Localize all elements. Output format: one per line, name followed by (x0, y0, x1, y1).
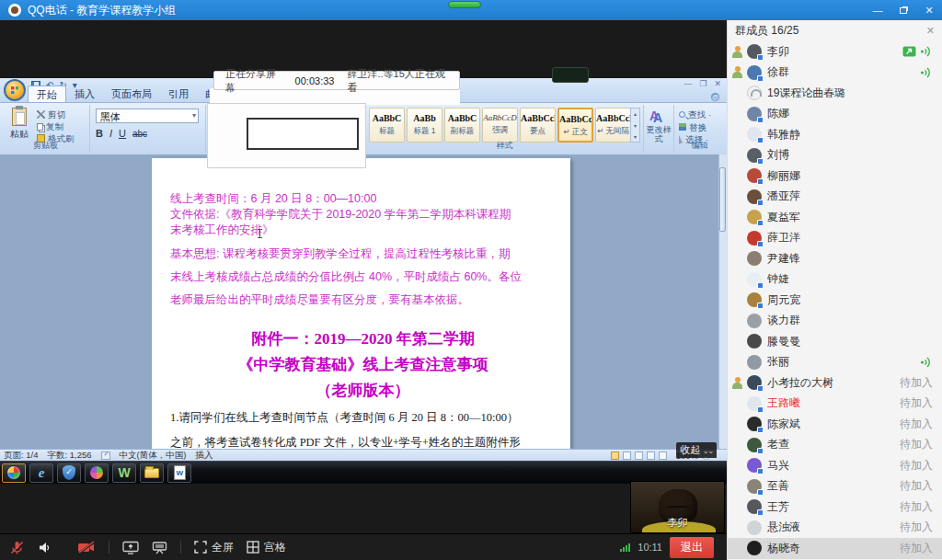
share-toolbar-pill (552, 67, 589, 83)
mic-muted-button[interactable] (9, 540, 25, 555)
taskbar-shield-icon[interactable]: ✓ (57, 463, 81, 483)
member-row[interactable]: 薛卫洋 (728, 228, 942, 249)
view-print-layout-icon[interactable] (611, 451, 619, 460)
view-web-icon[interactable] (635, 451, 643, 460)
bold-button[interactable]: B (96, 128, 103, 139)
style-chip[interactable]: AaBbCcDd↵ 无间隔 (595, 108, 631, 143)
view-outline-icon[interactable] (647, 451, 655, 460)
styles-gallery-scroll[interactable]: ▴▾▾ (630, 108, 640, 143)
grid-view-button[interactable]: 宫格 (247, 540, 286, 555)
word-close-icon[interactable]: ✕ (714, 79, 721, 88)
strikethrough-button[interactable]: abc (132, 129, 147, 139)
replace-button[interactable]: 替换 (679, 121, 711, 134)
member-row[interactable]: 王芳待加入 (728, 497, 942, 518)
view-draft-icon[interactable] (659, 451, 667, 460)
tab-插入[interactable]: 插入 (66, 86, 103, 102)
member-row[interactable]: 陈娜 (728, 104, 942, 125)
tab-引用[interactable]: 引用 (160, 86, 197, 102)
style-preview: AaBbCcD (483, 113, 517, 122)
word-restore-icon[interactable]: ❐ (699, 79, 706, 88)
style-chip[interactable]: AaBbCcD强调 (482, 108, 518, 143)
avatar (747, 396, 762, 411)
avatar (747, 86, 762, 100)
paste-button[interactable]: 粘贴 (6, 108, 33, 144)
taskbar-folder-icon[interactable] (140, 463, 164, 483)
member-row[interactable]: 徐群 (728, 63, 942, 84)
member-row[interactable]: 杨晓奇待加入 (728, 538, 942, 559)
member-row[interactable]: 王路曦待加入 (728, 394, 942, 415)
style-chip[interactable]: AaBbC标题 (369, 108, 405, 143)
member-row[interactable]: 钟婕 (728, 269, 942, 291)
style-chip[interactable]: AaBb标题 1 (407, 108, 442, 143)
doc-line: 末考核工作的安排》 (170, 223, 556, 238)
member-name: 潘亚萍 (767, 189, 800, 204)
speaker-button[interactable] (38, 541, 52, 554)
spellcheck-icon[interactable] (101, 451, 110, 460)
underline-button[interactable]: U (119, 128, 126, 139)
camera-badge-icon (757, 489, 764, 496)
member-row[interactable]: 马兴待加入 (728, 455, 942, 476)
member-row[interactable]: 韩雅静 (728, 124, 942, 145)
doc-heading: 附件一：2019—2020 年第二学期《中学教育基础》线上考查注意事项（老师版本… (170, 326, 556, 404)
sidebar-close-icon[interactable]: ✕ (926, 25, 935, 37)
member-row[interactable]: 潘亚萍 (728, 187, 942, 208)
taskbar-ie-icon[interactable]: e (29, 463, 53, 483)
grid-icon (247, 541, 259, 554)
fullscreen-button[interactable]: 全屏 (194, 540, 234, 555)
avatar (747, 189, 762, 204)
minimize-button[interactable]: — (865, 0, 890, 20)
italic-button[interactable]: I (109, 128, 112, 139)
member-row[interactable]: 张丽 (728, 352, 942, 373)
member-row[interactable]: 周元宽 (728, 290, 942, 311)
scrollbar-thumb[interactable] (719, 167, 726, 232)
cut-button[interactable]: 剪切 (37, 109, 75, 120)
member-row[interactable]: 夏益军 (728, 207, 942, 228)
member-row[interactable]: 悬浊液待加入 (728, 518, 942, 539)
clipboard-group: 粘贴 剪切 复制 格式刷 剪贴板 (2, 105, 90, 153)
member-name: 夏益军 (767, 210, 800, 225)
style-chip[interactable]: AaBbCcD要点 (520, 108, 556, 143)
tab-开始[interactable]: 开始 (28, 86, 66, 102)
collapse-button[interactable]: 收起 ⌄⌄ (676, 442, 717, 458)
view-fullscreen-icon[interactable] (623, 451, 631, 460)
restore-button[interactable] (890, 0, 916, 20)
document-scrollbar[interactable] (718, 154, 727, 449)
editing-group: 查找 · 替换 选择 · 编辑 (674, 105, 725, 153)
member-row[interactable]: 滕曼曼 (728, 331, 942, 352)
help-icon[interactable]: @ (711, 93, 719, 101)
member-row[interactable]: 李卯 (728, 41, 942, 63)
member-row[interactable]: 谈力群 (728, 311, 942, 332)
taskbar-wps-icon[interactable]: W (112, 463, 136, 483)
find-button[interactable]: 查找 · (679, 109, 711, 121)
document-page[interactable]: 线上考查时间：6 月 20 日 8：00—10:00文件依据:《教育科学学院关于… (152, 158, 570, 449)
close-button[interactable]: ✕ (916, 0, 942, 20)
member-row[interactable]: 小考拉の大树待加入 (728, 372, 942, 394)
video-thumbnail[interactable]: 李卯 (630, 481, 725, 533)
member-row[interactable]: 柳丽娜 (728, 166, 942, 187)
style-chip[interactable]: AaBbC副标题 (444, 108, 480, 143)
office-button[interactable] (4, 79, 26, 101)
exit-call-button[interactable]: 退出 (670, 537, 714, 558)
presentation-button[interactable] (152, 541, 167, 554)
member-row[interactable]: 19课程论曲春璐 (728, 83, 942, 104)
change-styles-button[interactable]: 更改样式 (644, 125, 673, 143)
word-minimize-icon[interactable]: — (684, 79, 692, 88)
speaker-on-icon (920, 357, 933, 368)
member-row[interactable]: 陈家斌待加入 (728, 414, 942, 435)
styles-group-label: 样式 (366, 140, 643, 152)
signal-strength-icon (620, 543, 630, 552)
tab-页面布局[interactable]: 页面布局 (103, 86, 160, 102)
camera-muted-button[interactable] (77, 541, 96, 554)
taskbar-start-icon[interactable] (2, 463, 26, 483)
taskbar-pinwheel-icon[interactable] (85, 463, 109, 483)
waiting-status: 待加入 (900, 458, 933, 474)
copy-button[interactable]: 复制 (37, 120, 75, 132)
member-row[interactable]: 老查待加入 (728, 435, 942, 456)
style-chip[interactable]: AaBbCcDd↵ 正文 (557, 108, 593, 143)
font-name-combobox[interactable]: 黑体 (96, 109, 199, 123)
member-row[interactable]: 尹建锋 (728, 248, 942, 269)
member-row[interactable]: 刘博 (728, 145, 942, 166)
member-row[interactable]: 至善待加入 (728, 476, 942, 497)
taskbar-word-icon[interactable] (167, 463, 191, 483)
screen-share-button[interactable] (122, 541, 139, 554)
